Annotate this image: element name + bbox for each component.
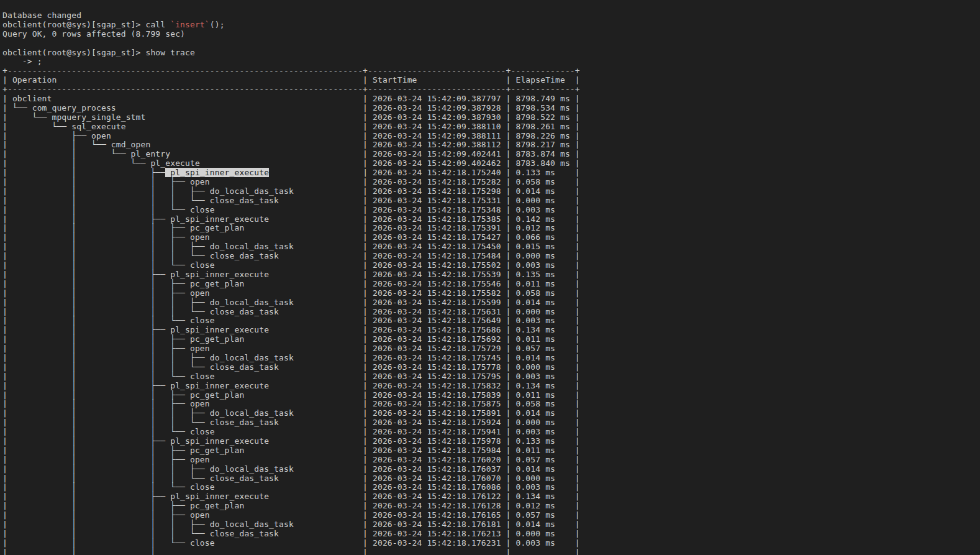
table-row: | └── com_query_process | 2026-03-24 15:… (2, 104, 980, 113)
table-row: | │ │ │ └── close_das_task | 2026-03-24 … (2, 363, 980, 372)
table-border: +---------------------------------------… (2, 67, 980, 76)
table-row: | │ ├── pl_spi_inner_execute | 2026-03-2… (2, 492, 980, 502)
table-row: | │ │ └── close | 2026-03-24 15:42:18.17… (2, 206, 980, 215)
table-row: | │ └── pl_execute | 2026-03-24 15:42:09… (2, 159, 980, 168)
table-row: | │ │ │ └── close_das_task | 2026-03-24 … (2, 196, 980, 206)
terminal-line (2, 39, 980, 48)
table-row: | └── mpquery_single_stmt | 2026-03-24 1… (2, 113, 980, 122)
table-row: | │ │ ├── open | 2026-03-24 15:42:18.176… (2, 456, 980, 465)
table-row: | │ │ │ ├── do_local_das_task | 2026-03-… (2, 409, 980, 418)
table-row: | │ │ │ ├── do_local_das_task | 2026-03-… (2, 354, 980, 363)
table-header: | Operation | StartTime | ElapseTime | (2, 76, 980, 85)
table-row: | │ │ ├── open | 2026-03-24 15:42:18.175… (2, 344, 980, 354)
table-row: | │ ├── pl_spi_inner_execute | 2026-03-2… (2, 382, 980, 391)
table-border: +---------------------------------------… (2, 85, 980, 94)
table-row: | │ ├── pl_spi_inner_execute | 2026-03-2… (2, 168, 980, 178)
terminal-window[interactable]: Database changedobclient(root@sys)[sgap_… (0, 0, 980, 555)
table-row: | │ │ └── close | 2026-03-24 15:42:18.17… (2, 261, 980, 270)
table-row: | │ │ │ └── close_das_task | 2026-03-24 … (2, 252, 980, 261)
table-row: | │ │ ├── pc_get_plan | 2026-03-24 15:42… (2, 280, 980, 289)
table-row-partial: | │ │ | | | (2, 548, 980, 555)
table-row: | │ ├── pl_spi_inner_execute | 2026-03-2… (2, 326, 980, 335)
table-row: | │ │ ├── open | 2026-03-24 15:42:18.176… (2, 511, 980, 520)
table-row: | │ │ ├── open | 2026-03-24 15:42:18.175… (2, 178, 980, 187)
table-row: | │ ├── pl_spi_inner_execute | 2026-03-2… (2, 437, 980, 446)
table-row: | │ │ │ ├── do_local_das_task | 2026-03-… (2, 298, 980, 308)
table-row: | │ │ ├── pc_get_plan | 2026-03-24 15:42… (2, 502, 980, 511)
table-row: | │ │ │ ├── do_local_das_task | 2026-03-… (2, 465, 980, 474)
table-row: | │ │ └── close | 2026-03-24 15:42:18.17… (2, 539, 980, 548)
table-row: | │ │ │ └── close_das_task | 2026-03-24 … (2, 530, 980, 539)
table-row: | │ │ └── close | 2026-03-24 15:42:18.17… (2, 428, 980, 437)
terminal-line: obclient(root@sys)[sgap_st]> show trace (2, 48, 980, 58)
terminal-line: -> ; (2, 57, 980, 67)
terminal-line: Database changed (2, 11, 980, 21)
table-row: | │ │ │ ├── do_local_das_task | 2026-03-… (2, 187, 980, 196)
table-row: | │ │ │ ├── do_local_das_task | 2026-03-… (2, 520, 980, 530)
terminal-line: Query OK, 0 rows affected (8.799 sec) (2, 30, 980, 39)
table-row: | └── sql_execute | 2026-03-24 15:42:09.… (2, 122, 980, 132)
table-row: | │ │ │ └── close_das_task | 2026-03-24 … (2, 418, 980, 428)
table-row: | │ │ └── close | 2026-03-24 15:42:18.17… (2, 372, 980, 382)
table-row: | │ ├── pl_spi_inner_execute | 2026-03-2… (2, 270, 980, 280)
table-row: | obclient | 2026-03-24 15:42:09.387797 … (2, 94, 980, 104)
table-row: | │ │ │ ├── do_local_das_task | 2026-03-… (2, 242, 980, 252)
table-row: | │ │ ├── pc_get_plan | 2026-03-24 15:42… (2, 335, 980, 344)
table-row: | │ │ ├── pc_get_plan | 2026-03-24 15:42… (2, 446, 980, 456)
terminal-line: obclient(root@sys)[sgap_st]> call `inser… (2, 21, 980, 30)
table-row: | │ │ ├── open | 2026-03-24 15:42:18.175… (2, 289, 980, 298)
terminal-output: Database changedobclient(root@sys)[sgap_… (0, 0, 980, 555)
